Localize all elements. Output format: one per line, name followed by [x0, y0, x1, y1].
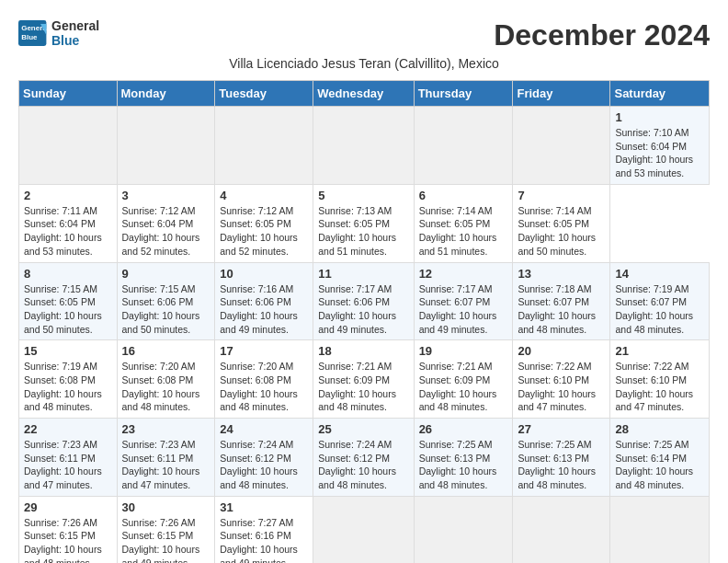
calendar-week-1: 2Sunrise: 7:11 AMSunset: 6:04 PMDaylight… — [19, 184, 710, 262]
empty-cell — [513, 107, 610, 185]
day-number: 3 — [122, 189, 210, 202]
day-cell-27: 27Sunrise: 7:25 AMSunset: 6:13 PMDayligh… — [513, 419, 610, 497]
day-info: Sunrise: 7:27 AMSunset: 6:16 PMDaylight:… — [220, 516, 308, 563]
day-cell-12: 12Sunrise: 7:17 AMSunset: 6:07 PMDayligh… — [414, 262, 513, 340]
day-cell-31: 31Sunrise: 7:27 AMSunset: 6:16 PMDayligh… — [215, 496, 313, 563]
day-info: Sunrise: 7:24 AMSunset: 6:12 PMDaylight:… — [318, 438, 408, 492]
logo-text: General Blue — [51, 18, 99, 48]
day-cell-17: 17Sunrise: 7:20 AMSunset: 6:08 PMDayligh… — [215, 340, 313, 419]
day-number: 25 — [318, 422, 408, 436]
weekday-header-row: SundayMondayTuesdayWednesdayThursdayFrid… — [19, 81, 710, 107]
empty-cell — [313, 107, 414, 185]
day-cell-24: 24Sunrise: 7:24 AMSunset: 6:12 PMDayligh… — [215, 419, 313, 497]
day-number: 23 — [122, 422, 210, 436]
day-number: 18 — [318, 344, 408, 358]
day-cell-1: 1Sunrise: 7:10 AMSunset: 6:04 PMDaylight… — [610, 107, 710, 185]
day-number: 28 — [615, 422, 704, 436]
day-info: Sunrise: 7:11 AMSunset: 6:04 PMDaylight:… — [24, 204, 112, 259]
calendar-table: SundayMondayTuesdayWednesdayThursdayFrid… — [18, 80, 710, 563]
weekday-header-wednesday: Wednesday — [313, 81, 414, 107]
weekday-header-monday: Monday — [117, 81, 215, 107]
calendar-week-4: 22Sunrise: 7:23 AMSunset: 6:11 PMDayligh… — [19, 419, 710, 497]
day-number: 27 — [518, 422, 605, 436]
day-cell-29: 29Sunrise: 7:26 AMSunset: 6:15 PMDayligh… — [19, 496, 118, 563]
day-cell-2: 2Sunrise: 7:11 AMSunset: 6:04 PMDaylight… — [19, 184, 118, 262]
logo-icon: General Blue — [18, 20, 48, 46]
day-cell-6: 6Sunrise: 7:14 AMSunset: 6:05 PMDaylight… — [414, 184, 513, 262]
header: General Blue General Blue December 2024 — [18, 18, 710, 52]
day-info: Sunrise: 7:21 AMSunset: 6:09 PMDaylight:… — [419, 360, 508, 414]
day-cell-10: 10Sunrise: 7:16 AMSunset: 6:06 PMDayligh… — [215, 262, 313, 340]
day-cell-26: 26Sunrise: 7:25 AMSunset: 6:13 PMDayligh… — [414, 419, 513, 497]
day-cell-30: 30Sunrise: 7:26 AMSunset: 6:15 PMDayligh… — [117, 496, 215, 563]
empty-cell — [610, 496, 710, 563]
day-cell-15: 15Sunrise: 7:19 AMSunset: 6:08 PMDayligh… — [19, 340, 118, 419]
day-number: 8 — [24, 267, 112, 281]
day-number: 19 — [419, 344, 508, 358]
day-number: 31 — [220, 500, 308, 514]
empty-cell — [117, 107, 215, 185]
day-number: 30 — [122, 500, 210, 514]
day-info: Sunrise: 7:26 AMSunset: 6:15 PMDaylight:… — [24, 516, 112, 563]
day-info: Sunrise: 7:20 AMSunset: 6:08 PMDaylight:… — [220, 360, 308, 414]
day-info: Sunrise: 7:22 AMSunset: 6:10 PMDaylight:… — [518, 360, 605, 414]
day-cell-13: 13Sunrise: 7:18 AMSunset: 6:07 PMDayligh… — [513, 262, 610, 340]
day-number: 29 — [24, 500, 112, 514]
day-number: 20 — [518, 344, 605, 358]
day-info: Sunrise: 7:14 AMSunset: 6:05 PMDaylight:… — [518, 204, 605, 259]
day-info: Sunrise: 7:15 AMSunset: 6:06 PMDaylight:… — [122, 282, 210, 337]
day-number: 12 — [419, 267, 508, 281]
day-info: Sunrise: 7:25 AMSunset: 6:13 PMDaylight:… — [419, 438, 508, 492]
day-info: Sunrise: 7:26 AMSunset: 6:15 PMDaylight:… — [122, 516, 210, 563]
day-info: Sunrise: 7:17 AMSunset: 6:06 PMDaylight:… — [318, 282, 408, 337]
month-title: December 2024 — [494, 18, 710, 52]
day-cell-22: 22Sunrise: 7:23 AMSunset: 6:11 PMDayligh… — [19, 419, 118, 497]
day-number: 9 — [122, 267, 210, 281]
day-cell-23: 23Sunrise: 7:23 AMSunset: 6:11 PMDayligh… — [117, 419, 215, 497]
day-number: 11 — [318, 267, 408, 281]
day-info: Sunrise: 7:24 AMSunset: 6:12 PMDaylight:… — [220, 438, 308, 492]
day-info: Sunrise: 7:14 AMSunset: 6:05 PMDaylight:… — [419, 204, 508, 259]
day-cell-20: 20Sunrise: 7:22 AMSunset: 6:10 PMDayligh… — [513, 340, 610, 419]
weekday-header-sunday: Sunday — [19, 81, 118, 107]
day-cell-4: 4Sunrise: 7:12 AMSunset: 6:05 PMDaylight… — [215, 184, 313, 262]
day-info: Sunrise: 7:10 AMSunset: 6:04 PMDaylight:… — [615, 126, 704, 180]
day-info: Sunrise: 7:25 AMSunset: 6:14 PMDaylight:… — [615, 438, 704, 492]
weekday-header-tuesday: Tuesday — [215, 81, 313, 107]
day-number: 7 — [518, 189, 605, 202]
day-info: Sunrise: 7:15 AMSunset: 6:05 PMDaylight:… — [24, 282, 112, 337]
day-cell-3: 3Sunrise: 7:12 AMSunset: 6:04 PMDaylight… — [117, 184, 215, 262]
day-info: Sunrise: 7:19 AMSunset: 6:08 PMDaylight:… — [24, 360, 112, 414]
weekday-header-thursday: Thursday — [414, 81, 513, 107]
day-cell-9: 9Sunrise: 7:15 AMSunset: 6:06 PMDaylight… — [117, 262, 215, 340]
day-cell-19: 19Sunrise: 7:21 AMSunset: 6:09 PMDayligh… — [414, 340, 513, 419]
day-number: 17 — [220, 344, 308, 358]
calendar-week-0: 1Sunrise: 7:10 AMSunset: 6:04 PMDaylight… — [19, 107, 710, 185]
calendar-week-2: 8Sunrise: 7:15 AMSunset: 6:05 PMDaylight… — [19, 262, 710, 340]
empty-cell — [513, 496, 610, 563]
day-number: 4 — [220, 189, 308, 202]
day-cell-5: 5Sunrise: 7:13 AMSunset: 6:05 PMDaylight… — [313, 184, 414, 262]
day-info: Sunrise: 7:21 AMSunset: 6:09 PMDaylight:… — [318, 360, 408, 414]
calendar-week-3: 15Sunrise: 7:19 AMSunset: 6:08 PMDayligh… — [19, 340, 710, 419]
empty-cell — [19, 107, 118, 185]
day-info: Sunrise: 7:20 AMSunset: 6:08 PMDaylight:… — [122, 360, 210, 414]
day-number: 24 — [220, 422, 308, 436]
location-title: Villa Licenciado Jesus Teran (Calvillito… — [18, 56, 710, 71]
day-info: Sunrise: 7:12 AMSunset: 6:04 PMDaylight:… — [122, 204, 210, 259]
logo-general: General — [51, 18, 99, 33]
day-info: Sunrise: 7:23 AMSunset: 6:11 PMDaylight:… — [24, 438, 112, 492]
logo-blue: Blue — [51, 33, 99, 48]
weekday-header-saturday: Saturday — [610, 81, 710, 107]
day-number: 1 — [615, 110, 704, 124]
day-cell-8: 8Sunrise: 7:15 AMSunset: 6:05 PMDaylight… — [19, 262, 118, 340]
svg-text:Blue: Blue — [21, 33, 38, 41]
weekday-header-friday: Friday — [513, 81, 610, 107]
day-info: Sunrise: 7:16 AMSunset: 6:06 PMDaylight:… — [220, 282, 308, 337]
day-cell-7: 7Sunrise: 7:14 AMSunset: 6:05 PMDaylight… — [513, 184, 610, 262]
page-container: General Blue General Blue December 2024 … — [18, 18, 710, 563]
day-number: 2 — [24, 189, 112, 202]
day-info: Sunrise: 7:19 AMSunset: 6:07 PMDaylight:… — [615, 282, 704, 337]
day-number: 21 — [615, 344, 704, 358]
day-number: 15 — [24, 344, 112, 358]
